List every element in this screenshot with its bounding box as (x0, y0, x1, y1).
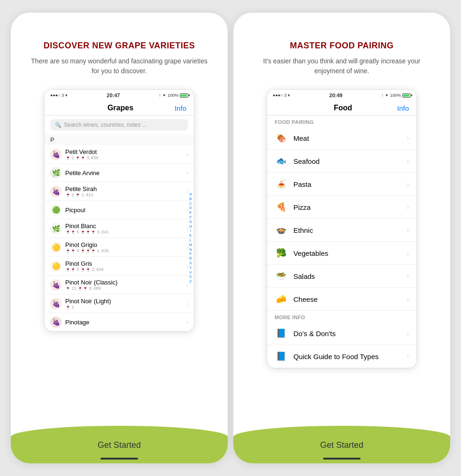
grape-list-item[interactable]: 🍇 Petit Verdot 🍷 2 🍷🍷 3, €36 › (45, 145, 194, 164)
search-bar[interactable]: 🔍 Search wines, countries, notes ... (50, 119, 188, 131)
right-nav-info[interactable]: Info (397, 104, 409, 112)
grape-name: Petite Sirah (65, 185, 186, 192)
grape-meta: 🍷 2 🍷🍷 3, €36 (65, 155, 186, 160)
alpha-letter[interactable]: D (189, 206, 192, 210)
grape-icon: 🍇 (50, 186, 61, 197)
alpha-letter[interactable]: I (190, 229, 191, 233)
alpha-letter[interactable]: R (189, 257, 192, 261)
grape-name: Pinot Blanc (65, 223, 186, 230)
alpha-letter[interactable]: S (189, 261, 192, 266)
more-info-name: Quick Guide to Food Types (293, 353, 407, 361)
left-card-title: DISCOVER NEW GRAPE VARIETIES (44, 41, 195, 51)
more-info-icon: 📘 (275, 327, 288, 340)
alpha-letter[interactable]: L (190, 238, 192, 243)
left-nav-bar: Grapes Info (45, 101, 194, 115)
grape-list-item[interactable]: 🟡 Pinot Grigio 🍷🍷 5 🍷🍷🍷 1, €16 › (45, 238, 194, 257)
alpha-letter[interactable]: P (189, 252, 192, 256)
food-icon: 🥦 (275, 246, 288, 260)
alpha-letter[interactable]: F (190, 215, 192, 220)
grape-content: Pinotage (65, 319, 186, 326)
food-chevron-icon: › (407, 250, 409, 257)
grape-icon: 🍇 (50, 149, 61, 160)
arrow-icon: ↑ (159, 93, 161, 98)
alpha-letter[interactable]: N (189, 248, 192, 252)
alpha-letter[interactable]: T (190, 266, 192, 270)
alpha-letter[interactable]: A (189, 192, 192, 197)
food-list-item[interactable]: 🍝 Pasta › (267, 173, 416, 196)
grape-list-item[interactable]: 🍇 Pinotage › (45, 313, 194, 331)
grape-list-item[interactable]: 🍇 Pinot Noir (Classic) 🍷 11 🍷🍷 3, €89 › (45, 276, 194, 294)
grape-name: Petite Arvine (65, 169, 186, 177)
grape-list-item[interactable]: 🍇 Pinot Noir (Light) 🍷 1 › (45, 294, 194, 313)
more-info-list-item[interactable]: 📘 Quick Guide to Food Types › (267, 345, 416, 368)
food-list-item[interactable]: 🥦 Vegetables › (267, 242, 416, 265)
left-nav-info[interactable]: Info (175, 104, 186, 112)
grape-icon: 🌿 (50, 167, 61, 178)
grape-list-item[interactable]: 🍇 Petite Sirah 🍷 2 🍷 1, €12 › (45, 182, 194, 201)
food-list-item[interactable]: 🥗 Salads › (267, 265, 416, 288)
right-get-started-button[interactable]: Get Started (320, 440, 363, 450)
search-placeholder: Search wines, countries, notes ... (64, 122, 147, 128)
food-list-item[interactable]: 🍕 Pizza › (267, 196, 416, 219)
food-name: Seafood (293, 157, 407, 165)
grape-list-item[interactable]: 🟢 Picpoul › (45, 201, 194, 219)
food-list-item[interactable]: 🍲 Ethnic › (267, 219, 416, 242)
grape-list-item[interactable]: 🌿 Pinot Blanc 🍷🍷 5 🍷🍷🍷 3, €41 › (45, 219, 194, 238)
food-name: Meat (293, 134, 407, 142)
food-list-item[interactable]: 🧀 Cheese › (267, 288, 416, 311)
food-chevron-icon: › (407, 181, 409, 188)
grape-icon: 🟡 (50, 242, 61, 253)
grape-meta: 🍷🍷 5 🍷🍷 2, €16 (65, 267, 186, 272)
grape-name: Pinot Noir (Light) (65, 298, 186, 305)
more-info-icon: 📘 (275, 350, 288, 363)
bt-icon: ✦ (162, 93, 166, 98)
alpha-letter[interactable]: K (189, 234, 192, 238)
grape-list-item[interactable]: 🟡 Pinot Gris 🍷🍷 5 🍷🍷 2, €16 › (45, 257, 194, 276)
alpha-letter[interactable]: B (189, 197, 192, 201)
food-chevron-icon: › (407, 158, 409, 165)
food-name: Vegetables (293, 249, 407, 257)
time-display: 20:47 (107, 92, 120, 98)
section-letter: P (45, 134, 194, 145)
right-nav-title: Food (334, 104, 352, 112)
food-icon: 🧀 (275, 292, 288, 306)
alpha-letter[interactable]: M (189, 243, 192, 247)
status-left: ●●●○ 3 ▾ (50, 93, 68, 98)
grape-name: Pinot Noir (Classic) (65, 279, 186, 286)
alpha-letter[interactable]: G (189, 220, 192, 224)
grape-list-container: 🍇 Petit Verdot 🍷 2 🍷🍷 3, €36 › 🌿 Petite … (45, 145, 194, 331)
grape-meta: 🍷 1 (65, 305, 186, 309)
right-battery-icon (402, 93, 411, 98)
left-phone-card: DISCOVER NEW GRAPE VARIETIES There are s… (11, 13, 228, 463)
wifi-icon: ▾ (65, 93, 68, 98)
food-name: Cheese (293, 295, 407, 303)
right-nav-bar: Food Info (267, 101, 416, 115)
right-phone-card: MASTER FOOD PAIRING It's easier than you… (233, 13, 450, 463)
food-list: 🍖 Meat › 🐟 Seafood › 🍝 Pasta › 🍕 Pizza ›… (267, 127, 416, 311)
food-list-item[interactable]: 🍖 Meat › (267, 127, 416, 150)
right-bottom-section: Get Started (233, 407, 450, 463)
left-bottom-section: Get Started (11, 407, 228, 463)
more-info-list-item[interactable]: 📘 Do's & Don'ts › (267, 322, 416, 345)
alpha-letter[interactable]: E (189, 211, 192, 215)
left-get-started-button[interactable]: Get Started (98, 440, 141, 450)
right-status-left: ●●●○ 3 ▾ (273, 93, 290, 98)
grape-icon: 🌿 (50, 223, 61, 234)
alpha-letter[interactable]: V (189, 271, 192, 275)
grape-list-item[interactable]: 🌿 Petite Arvine › (45, 164, 194, 182)
food-chevron-icon: › (407, 273, 409, 280)
more-info-name: Do's & Don'ts (293, 330, 407, 338)
right-home-indicator (323, 458, 361, 460)
alpha-letter[interactable]: H (189, 225, 192, 229)
left-card-content: DISCOVER NEW GRAPE VARIETIES There are s… (11, 13, 228, 407)
alpha-letter[interactable]: Z (190, 280, 192, 284)
alpha-letter[interactable]: C (189, 202, 192, 206)
grape-content: Pinot Noir (Classic) 🍷 11 🍷🍷 3, €89 (65, 279, 186, 291)
food-list-item[interactable]: 🐟 Seafood › (267, 150, 416, 173)
grape-content: Petit Verdot 🍷 2 🍷🍷 3, €36 (65, 148, 186, 160)
food-icon: 🍝 (275, 177, 288, 191)
alpha-index[interactable]: ABCDEFGHIKLMNPRSTVXZ (187, 145, 194, 331)
grape-meta: 🍷🍷 5 🍷🍷🍷 1, €16 (65, 248, 186, 253)
left-nav-title: Grapes (108, 104, 133, 112)
alpha-letter[interactable]: X (189, 275, 192, 279)
